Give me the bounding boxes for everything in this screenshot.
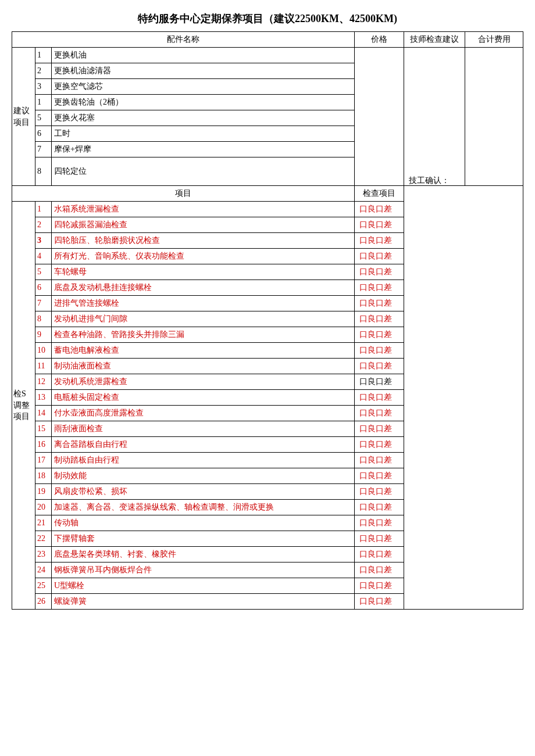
- check-value: 口良口差: [355, 406, 404, 421]
- check-value: 口良口差: [355, 547, 404, 562]
- check-item-name: 加速器、离合器、变速器操纵线索、轴检查调整、润滑或更换: [52, 500, 355, 515]
- check-value: 口良口差: [355, 202, 404, 217]
- confirm-label: 技工确认：: [409, 175, 450, 186]
- check-item-name: 检查各种油路、管路接头并排除三漏: [52, 327, 355, 343]
- row-number: 14: [35, 406, 52, 421]
- part-name-cell: 更换齿轮油（2桶）: [52, 95, 355, 110]
- row-number: 3: [35, 79, 52, 95]
- row-number: 5: [35, 110, 52, 126]
- check-item-name: 四轮减振器漏油检查: [52, 217, 355, 233]
- check-value: 口良口差: [355, 249, 404, 264]
- check-value: 口良口差: [355, 453, 404, 468]
- check-item-name: 离合器踏板自由行程: [52, 437, 355, 453]
- row-number: 11: [35, 359, 52, 374]
- row-number: 5: [35, 264, 52, 280]
- row-number: 10: [35, 343, 52, 359]
- row-number: 1: [35, 202, 52, 217]
- check-value: 口良口差: [355, 421, 404, 437]
- check-value: 口良口差: [355, 531, 404, 547]
- row-number: 18: [35, 468, 52, 484]
- part-name-cell: 四轮定位: [52, 157, 355, 186]
- check-value: 口良口差: [355, 280, 404, 296]
- check-value: 口良口差: [355, 437, 404, 453]
- row-number: 7: [35, 142, 52, 157]
- group-check-label: 检S调整项目: [12, 202, 35, 610]
- part-name-cell: 摩保+焊摩: [52, 142, 355, 157]
- check-value: 口良口差: [355, 562, 404, 578]
- check-value: 口良口差: [355, 374, 404, 390]
- check-item-name: 进排气管连接螺栓: [52, 296, 355, 311]
- part-name-cell: 更换机油: [52, 48, 355, 63]
- header-check-project: 检查项目: [355, 186, 404, 202]
- check-value: 口良口差: [355, 578, 404, 594]
- check-item-name: 传动轴: [52, 515, 355, 531]
- check-item-name: 螺旋弹簧: [52, 594, 355, 610]
- check-item-name: 下摆臂轴套: [52, 531, 355, 547]
- row-number: 13: [35, 390, 52, 406]
- check-value: 口良口差: [355, 594, 404, 610]
- row-number: 25: [35, 578, 52, 594]
- row-number: 21: [35, 515, 52, 531]
- price-cell: [355, 48, 404, 186]
- row-number: 8: [35, 157, 52, 186]
- check-item-name: 风扇皮带松紧、损坏: [52, 484, 355, 500]
- row-number: 20: [35, 500, 52, 515]
- check-value: 口良口差: [355, 311, 404, 327]
- check-item-name: 底盘悬架各类球销、衬套、橡胶件: [52, 547, 355, 562]
- row-number: 23: [35, 547, 52, 562]
- check-item-name: 制动效能: [52, 468, 355, 484]
- row-number: 7: [35, 296, 52, 311]
- check-value: 口良口差: [355, 327, 404, 343]
- row-number: 19: [35, 484, 52, 500]
- header-row-2: 项目 检查项目 技工确认：: [12, 186, 523, 202]
- check-value: 口良口差: [355, 233, 404, 249]
- check-item-name: 制动油液面检查: [52, 359, 355, 374]
- row-number: 6: [35, 126, 52, 142]
- check-value: 口良口差: [355, 484, 404, 500]
- row-number: 12: [35, 374, 52, 390]
- check-item-name: 所有灯光、音响系统、仪表功能检查: [52, 249, 355, 264]
- page-title: 特约服务中心定期保养项目（建议22500KM、42500KM): [12, 12, 523, 26]
- table-row: 建议项目 1 更换机油: [12, 48, 523, 63]
- check-value: 口良口差: [355, 390, 404, 406]
- header-price: 价格: [355, 32, 404, 48]
- check-item-name: 水箱系统泄漏检查: [52, 202, 355, 217]
- check-value: 口良口差: [355, 343, 404, 359]
- row-number: 17: [35, 453, 52, 468]
- header-advise: 技师检查建议: [404, 32, 465, 48]
- check-item-name: 四轮胎压、轮胎磨损状况检查: [52, 233, 355, 249]
- check-value: 口良口差: [355, 515, 404, 531]
- check-item-name: U型螺栓: [52, 578, 355, 594]
- check-item-name: 钢板弹簧吊耳内侧板焊合件: [52, 562, 355, 578]
- check-value: 口良口差: [355, 500, 404, 515]
- part-name-cell: 更换火花塞: [52, 110, 355, 126]
- row-number: 26: [35, 594, 52, 610]
- row-number: 1: [35, 95, 52, 110]
- header-total: 合计费用: [465, 32, 523, 48]
- advise-cell: [404, 48, 465, 186]
- check-item-name: 发动机进排气门间隙: [52, 311, 355, 327]
- maintenance-table: 配件名称 价格 技师检查建议 合计费用 建议项目 1 更换机油 2 更换机油滤清…: [12, 31, 523, 610]
- check-item-name: 蓄电池电解液检查: [52, 343, 355, 359]
- check-value: 口良口差: [355, 217, 404, 233]
- check-item-name: 雨刮液面检查: [52, 421, 355, 437]
- check-value: 口良口差: [355, 264, 404, 280]
- check-value: 口良口差: [355, 468, 404, 484]
- row-number: 6: [35, 280, 52, 296]
- check-item-name: 制动踏板自由行程: [52, 453, 355, 468]
- row-number: 3: [35, 233, 52, 249]
- row-number: 2: [35, 217, 52, 233]
- part-name-cell: 工时: [52, 126, 355, 142]
- header-part-name: 配件名称: [12, 32, 355, 48]
- row-number: 24: [35, 562, 52, 578]
- row-number: 2: [35, 63, 52, 79]
- row-number: 4: [35, 249, 52, 264]
- row-number: 22: [35, 531, 52, 547]
- header-row-1: 配件名称 价格 技师检查建议 合计费用: [12, 32, 523, 48]
- check-item-name: 发动机系统泄露检查: [52, 374, 355, 390]
- group-suggested-label: 建议项目: [12, 48, 35, 186]
- check-item-name: 底盘及发动机悬挂连接螺栓: [52, 280, 355, 296]
- check-item-name: 车轮螺母: [52, 264, 355, 280]
- row-number: 9: [35, 327, 52, 343]
- total-cell: [465, 48, 523, 186]
